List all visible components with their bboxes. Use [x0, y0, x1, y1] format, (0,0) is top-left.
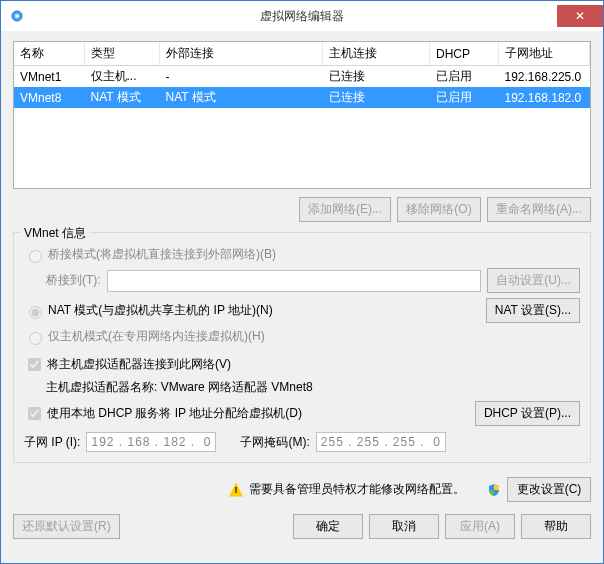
- connect-host-row: 将主机虚拟适配器连接到此网络(V): [24, 355, 580, 374]
- subnet-mask-input: [316, 432, 446, 452]
- network-table[interactable]: 名称类型外部连接主机连接DHCP子网地址 VMnet1仅主机...-已连接已启用…: [13, 41, 591, 189]
- use-dhcp-row: 使用本地 DHCP 服务将 IP 地址分配给虚拟机(D) DHCP 设置(P).…: [24, 401, 580, 426]
- bridge-to-label: 桥接到(T):: [46, 272, 101, 289]
- auto-settings-button: 自动设置(U)...: [487, 268, 580, 293]
- cell-host: 已连接: [323, 66, 430, 88]
- nat-settings-button[interactable]: NAT 设置(S)...: [486, 298, 580, 323]
- dhcp-settings-button[interactable]: DHCP 设置(P)...: [475, 401, 580, 426]
- nat-mode-row: NAT 模式(与虚拟机共享主机的 IP 地址)(N) NAT 设置(S)...: [24, 298, 580, 323]
- network-buttons-row: 添加网络(E)... 移除网络(O) 重命名网络(A)...: [13, 197, 591, 222]
- col-header[interactable]: DHCP: [430, 42, 499, 66]
- content-area: 名称类型外部连接主机连接DHCP子网地址 VMnet1仅主机...-已连接已启用…: [1, 31, 603, 563]
- subnet-ip-input: [86, 432, 216, 452]
- shield-icon: [487, 483, 501, 497]
- subnet-ip-label: 子网 IP (I):: [24, 434, 80, 451]
- restore-defaults-button[interactable]: 还原默认设置(R): [13, 514, 120, 539]
- col-header[interactable]: 类型: [85, 42, 160, 66]
- apply-button[interactable]: 应用(A): [445, 514, 515, 539]
- virtual-network-editor-window: 虚拟网络编辑器 ✕ 名称类型外部连接主机连接DHCP子网地址 VMnet1仅主机…: [0, 0, 604, 564]
- col-header[interactable]: 子网地址: [499, 42, 590, 66]
- cell-ext: -: [160, 66, 323, 88]
- host-only-label: 仅主机模式(在专用网络内连接虚拟机)(H): [48, 328, 265, 345]
- table-row[interactable]: VMnet1仅主机...-已连接已启用192.168.225.0: [14, 66, 590, 88]
- cell-type: 仅主机...: [85, 66, 160, 88]
- use-dhcp-checkbox: [28, 407, 41, 420]
- vmnet-info-group: VMnet 信息 桥接模式(将虚拟机直接连接到外部网络)(B) 桥接到(T): …: [13, 232, 591, 463]
- warning-row: ! 需要具备管理员特权才能修改网络配置。 更改设置(C): [13, 477, 591, 502]
- adapter-name-row: 主机虚拟适配器名称: VMware 网络适配器 VMnet8: [46, 379, 580, 396]
- bridge-to-row: 桥接到(T): 自动设置(U)...: [46, 268, 580, 293]
- cell-name: VMnet8: [14, 87, 85, 108]
- use-dhcp-label: 使用本地 DHCP 服务将 IP 地址分配给虚拟机(D): [47, 405, 302, 422]
- change-settings-button[interactable]: 更改设置(C): [507, 477, 591, 502]
- add-network-button[interactable]: 添加网络(E)...: [299, 197, 391, 222]
- subnet-mask-label: 子网掩码(M):: [240, 434, 309, 451]
- table-row[interactable]: VMnet8NAT 模式NAT 模式已连接已启用192.168.182.0: [14, 87, 590, 108]
- warning-text: 需要具备管理员特权才能修改网络配置。: [249, 481, 465, 498]
- host-only-row: 仅主机模式(在专用网络内连接虚拟机)(H): [24, 328, 580, 345]
- titlebar: 虚拟网络编辑器 ✕: [1, 1, 603, 31]
- bridge-to-select: [107, 270, 482, 292]
- cell-ext: NAT 模式: [160, 87, 323, 108]
- rename-network-button[interactable]: 重命名网络(A)...: [487, 197, 591, 222]
- cancel-button[interactable]: 取消: [369, 514, 439, 539]
- bridge-radio: [29, 250, 42, 263]
- bridge-mode-row: 桥接模式(将虚拟机直接连接到外部网络)(B): [24, 246, 580, 263]
- adapter-name-text: 主机虚拟适配器名称: VMware 网络适配器 VMnet8: [46, 379, 313, 396]
- host-only-radio: [29, 332, 42, 345]
- subnet-row: 子网 IP (I): 子网掩码(M):: [24, 432, 580, 452]
- nat-radio: [29, 306, 42, 319]
- window-title: 虚拟网络编辑器: [1, 8, 603, 25]
- connect-host-checkbox: [28, 358, 41, 371]
- group-title: VMnet 信息: [20, 225, 90, 242]
- col-header[interactable]: 名称: [14, 42, 85, 66]
- cell-type: NAT 模式: [85, 87, 160, 108]
- cell-subnet: 192.168.225.0: [499, 66, 590, 88]
- bridge-label: 桥接模式(将虚拟机直接连接到外部网络)(B): [48, 246, 276, 263]
- cell-name: VMnet1: [14, 66, 85, 88]
- col-header[interactable]: 主机连接: [323, 42, 430, 66]
- help-button[interactable]: 帮助: [521, 514, 591, 539]
- remove-network-button[interactable]: 移除网络(O): [397, 197, 481, 222]
- warning-icon: !: [229, 483, 243, 497]
- cell-dhcp: 已启用: [430, 87, 499, 108]
- connect-host-label: 将主机虚拟适配器连接到此网络(V): [47, 356, 231, 373]
- ok-button[interactable]: 确定: [293, 514, 363, 539]
- nat-label: NAT 模式(与虚拟机共享主机的 IP 地址)(N): [48, 302, 273, 319]
- col-header[interactable]: 外部连接: [160, 42, 323, 66]
- cell-dhcp: 已启用: [430, 66, 499, 88]
- cell-host: 已连接: [323, 87, 430, 108]
- dialog-buttons-row: 还原默认设置(R) 确定 取消 应用(A) 帮助: [13, 508, 591, 539]
- cell-subnet: 192.168.182.0: [499, 87, 590, 108]
